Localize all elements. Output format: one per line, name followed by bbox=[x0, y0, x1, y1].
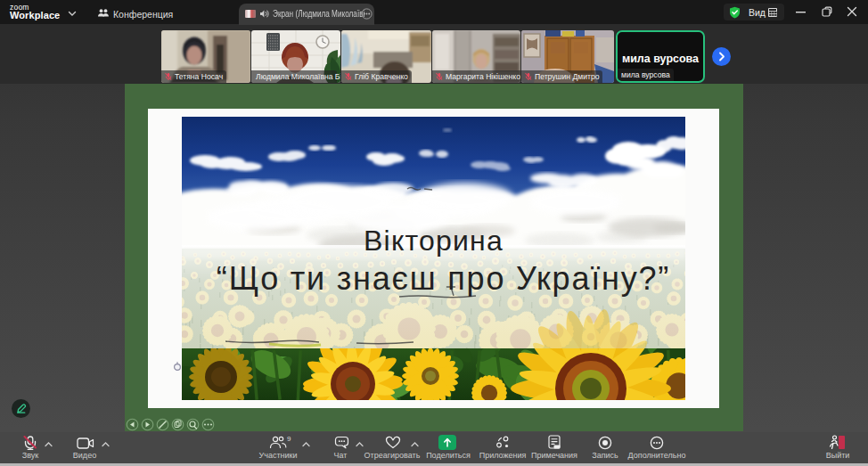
svg-text:9: 9 bbox=[287, 436, 291, 443]
